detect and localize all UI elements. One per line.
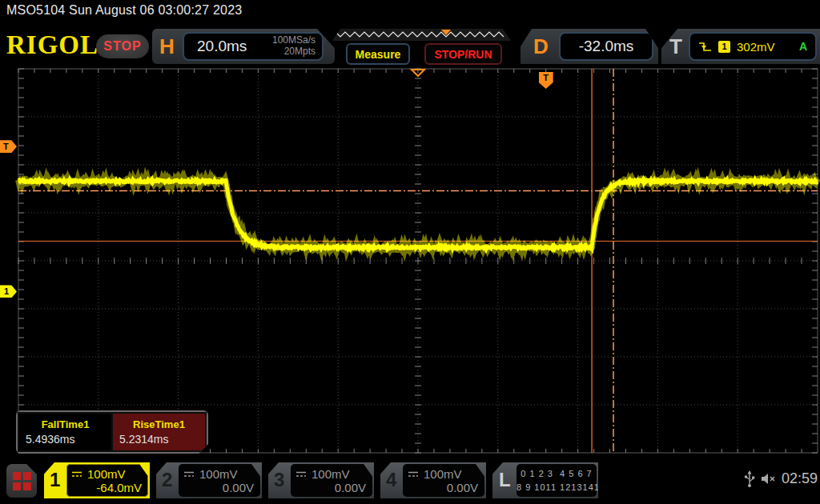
channel-number: 2 <box>162 469 172 491</box>
channel-number: 1 <box>50 469 60 491</box>
trigger-value-box: 1 302mV A <box>689 32 817 61</box>
channel-offset: 0.00V <box>408 481 478 494</box>
trigger-sweep-mode: A <box>799 40 807 53</box>
measurement-name: RiseTime1 <box>119 418 199 430</box>
usb-icon <box>743 470 756 488</box>
memory-position-bar[interactable] <box>332 29 511 41</box>
rigol-logo: RIGOL <box>6 30 98 60</box>
run-state-badge: STOP <box>96 34 149 58</box>
measure-button[interactable]: Measure <box>346 43 410 65</box>
horizontal-settings-button[interactable]: H 20.0ms 100MSa/s 20Mpts <box>152 29 335 64</box>
falling-edge-icon <box>698 41 712 53</box>
channel-tab-1[interactable]: 1 100mV -64.0mV <box>44 462 150 498</box>
delay-label: D <box>533 34 549 59</box>
channel-offset: -64.0mV <box>71 481 142 494</box>
measurement-value: 5.4936ms <box>26 433 105 446</box>
channel-offset: 0.00V <box>183 481 254 494</box>
trigger-level-value: 302mV <box>737 40 775 54</box>
horizontal-label: H <box>159 34 175 59</box>
logic-channel-list: 0 1 2 3 4 5 6 78 9 1011 12131415 <box>517 464 597 497</box>
trigger-label: T <box>669 34 682 59</box>
channel-tab-2[interactable]: 2 100mV 0.00V <box>156 462 262 498</box>
waveform-display <box>0 66 820 460</box>
delay-value: -32.0ms <box>559 32 653 61</box>
clock: 02:59 <box>782 470 818 487</box>
channel-scale: 100mV <box>87 467 126 481</box>
channel-offset: 0.00V <box>295 481 366 494</box>
memory-depth: 20Mpts <box>284 46 316 57</box>
logic-channels-tab[interactable]: L 0 1 2 3 4 5 6 78 9 1011 12131415 <box>492 462 598 498</box>
channel-number: 3 <box>274 469 284 491</box>
channel-scale: 100mV <box>199 467 238 481</box>
timebase-value-box: 20.0ms 100MSa/s 20Mpts <box>183 32 324 61</box>
channel-scale: 100mV <box>312 467 350 481</box>
timebase-value: 20.0ms <box>197 38 247 55</box>
speaker-muted-icon <box>761 473 777 485</box>
memory-waveform-preview <box>332 29 511 41</box>
sample-rate: 100MSa/s <box>272 34 316 46</box>
delay-settings-button[interactable]: D -32.0ms <box>521 29 658 64</box>
acquisition-rates: 100MSa/s 20Mpts <box>272 35 316 58</box>
measurement-results-box: FallTime1 5.4936ms RiseTime1 5.2314ms <box>16 410 208 454</box>
dc-coupling-icon <box>183 470 195 478</box>
dc-coupling-icon <box>71 470 83 478</box>
window-title: MSO5104 Sun August 06 03:00:27 2023 <box>6 3 242 18</box>
logic-label: L <box>499 469 511 491</box>
channel-number: 4 <box>386 469 396 491</box>
channel-menu-button[interactable] <box>6 464 37 498</box>
channel-tab-4[interactable]: 4 100mV 0.00V <box>380 462 486 498</box>
measurement-risetime[interactable]: RiseTime1 5.2314ms <box>113 414 205 450</box>
trigger-source-badge: 1 <box>718 41 730 53</box>
measurement-falltime[interactable]: FallTime1 5.4936ms <box>19 414 111 450</box>
dc-coupling-icon <box>408 470 420 478</box>
stop-run-button[interactable]: STOP/RUN <box>424 43 502 65</box>
trigger-settings-button[interactable]: T 1 302mV A <box>661 29 820 64</box>
dc-coupling-icon <box>295 470 308 478</box>
channel-scale: 100mV <box>424 467 462 481</box>
measurement-value: 5.2314ms <box>119 433 199 446</box>
channel-tab-3[interactable]: 3 100mV 0.00V <box>268 462 374 498</box>
logic-row2: 8 9 1011 12131415 <box>517 481 597 494</box>
logic-row1: 0 1 2 3 4 5 6 7 <box>517 467 597 481</box>
measurement-name: FallTime1 <box>26 418 105 430</box>
menu-grid-icon <box>13 472 31 490</box>
